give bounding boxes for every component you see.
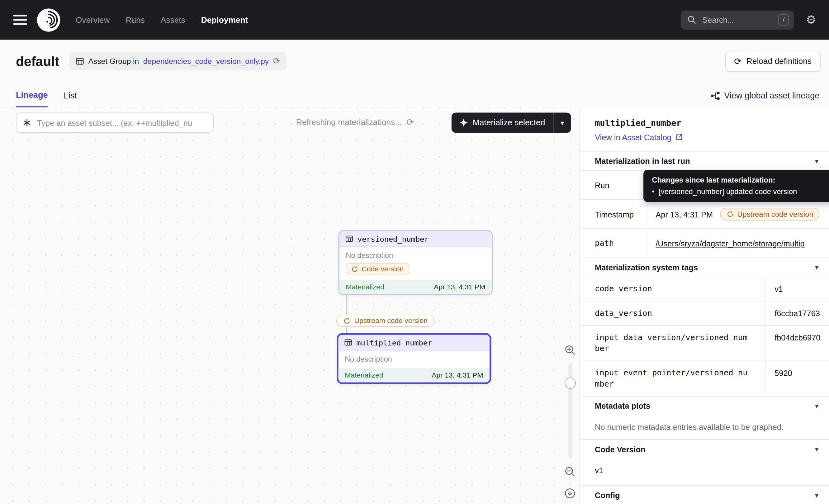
page-header: default Asset Group in dependencies_code… [0, 40, 829, 83]
topbar-right-group: / ⚙ [681, 10, 816, 29]
section-config[interactable]: Config ▾ [580, 486, 829, 504]
asset-node-multiplied-number[interactable]: multiplied_number No description Materia… [337, 333, 491, 384]
materialized-time: Apr 13, 4:31 PM [432, 371, 483, 379]
asset-node-footer: Materialized Apr 13, 4:31 PM [339, 279, 492, 294]
section-label: Code Version [595, 445, 646, 454]
download-graph-icon[interactable] [564, 488, 576, 499]
zoom-out-icon[interactable] [564, 466, 576, 477]
asset-table-icon [346, 235, 353, 243]
top-navigation-bar: Overview Runs Assets Deployment / ⚙ [0, 0, 829, 40]
materialize-selected-button[interactable]: Materialize selected ▾ [452, 113, 571, 133]
materialize-selected-label: Materialize selected [473, 118, 545, 128]
tag-value: f6ccba17763 [765, 301, 829, 325]
tag-key: data_version [580, 301, 765, 325]
sparkle-icon [459, 118, 468, 127]
section-materialization-system-tags[interactable]: Materialization system tags ▾ [580, 258, 829, 277]
chevron-down-icon: ▾ [815, 445, 819, 453]
asset-group-icon [76, 57, 84, 65]
run-key: Run [580, 171, 647, 200]
reload-group-icon[interactable]: ⟳ [273, 57, 280, 65]
section-code-version[interactable]: Code Version ▾ [580, 440, 829, 458]
zoom-in-icon[interactable] [564, 344, 576, 356]
section-label: Config [595, 491, 620, 500]
asset-subset-filter[interactable] [16, 113, 214, 133]
reload-definitions-label: Reload definitions [747, 57, 812, 66]
view-in-asset-catalog-label: View in Asset Catalog [595, 133, 672, 142]
nav-assets[interactable]: Assets [161, 15, 185, 25]
upstream-code-version-label: Upstream code version [737, 210, 813, 218]
asset-node-name: multiplied_number [356, 338, 432, 347]
reload-definitions-button[interactable]: ⟳ Reload definitions [725, 51, 820, 72]
materialized-status: Materialized [346, 283, 384, 290]
asset-node-versioned-number[interactable]: versioned_number No description Code ver… [338, 230, 493, 295]
content-area: Refreshing materializations... ⟳ Materia… [0, 107, 829, 504]
chevron-down-icon: ▾ [815, 263, 819, 271]
upstream-code-version-chip[interactable]: Upstream code version [336, 315, 434, 327]
timestamp-row: Timestamp Apr 13, 4:31 PM Upstream code … [580, 200, 829, 229]
asset-node-header: versioned_number [339, 231, 492, 247]
view-in-asset-catalog-link[interactable]: View in Asset Catalog [595, 133, 814, 142]
nav-deployment[interactable]: Deployment [201, 15, 248, 25]
chevron-down-icon: ▾ [815, 157, 819, 165]
tag-key: input_data_version/versioned_number [580, 326, 765, 361]
section-metadata-plots[interactable]: Metadata plots ▾ [580, 397, 829, 415]
system-tag-row: data_version f6ccba17763 [580, 301, 829, 326]
op-selector-icon [23, 118, 31, 127]
path-row: path /Users/sryza/dagster_home/storage/m… [580, 229, 829, 258]
materialized-status: Materialized [345, 371, 383, 379]
changes-tooltip-title: Changes since last materialization: [652, 176, 829, 184]
search-input[interactable] [701, 15, 779, 25]
materialize-dropdown-button[interactable]: ▾ [553, 113, 571, 133]
materialized-time: Apr 13, 4:31 PM [434, 283, 485, 290]
bullet-icon: • [652, 187, 654, 195]
refreshing-status: Refreshing materializations... ⟳ [296, 117, 414, 127]
tab-lineage[interactable]: Lineage [16, 90, 48, 107]
zoom-slider-handle[interactable] [565, 377, 576, 389]
asset-details-panel: multiplied_number View in Asset Catalog … [580, 107, 829, 504]
refresh-materializations-icon[interactable]: ⟳ [406, 118, 414, 127]
code-version-value: v1 [580, 459, 829, 486]
tab-list[interactable]: List [64, 91, 77, 107]
section-label: Materialization in last run [595, 157, 690, 166]
section-materialization-in-last-run[interactable]: Materialization in last run ▾ [580, 151, 829, 171]
code-version-icon [351, 265, 358, 273]
chevron-down-icon: ▾ [815, 491, 819, 499]
upstream-code-version-chip[interactable]: Upstream code version [720, 208, 820, 220]
screenshot-stage: Overview Runs Assets Deployment / ⚙ defa… [0, 0, 829, 504]
asset-node-footer: Materialized Apr 13, 4:31 PM [338, 368, 490, 383]
dagster-logo-icon[interactable] [36, 8, 61, 32]
search-box[interactable]: / [681, 10, 794, 29]
view-tabs: Lineage List View global asset lineage [0, 83, 829, 107]
path-value-link[interactable]: /Users/sryza/dagster_home/storage/multip [655, 239, 804, 248]
code-version-icon [343, 317, 351, 325]
code-version-icon [726, 211, 734, 218]
asset-subset-input[interactable] [36, 118, 207, 128]
gear-icon[interactable]: ⚙ [806, 14, 817, 26]
changes-tooltip: Changes since last materialization: • [v… [643, 170, 829, 202]
nav-overview[interactable]: Overview [76, 15, 110, 25]
global-lineage-icon [710, 91, 720, 101]
asset-table-icon [344, 338, 352, 347]
panel-head: multiplied_number View in Asset Catalog [580, 107, 829, 151]
upstream-code-version-label: Upstream code version [354, 317, 428, 325]
tag-value: fb04dcb6970 [765, 326, 829, 361]
chevron-down-icon: ▾ [561, 119, 564, 127]
hamburger-menu-icon[interactable] [13, 15, 27, 25]
asset-node-body: No description [338, 351, 490, 368]
changes-tooltip-item: [versioned_number] updated code version [659, 187, 797, 195]
asset-group-file-link[interactable]: dependencies_code_version_only.py [143, 57, 269, 65]
system-tag-row: code_version v1 [580, 277, 829, 301]
view-global-asset-lineage-link[interactable]: View global asset lineage [710, 91, 819, 107]
code-version-tag[interactable]: Code version [346, 263, 409, 275]
search-icon [687, 15, 696, 24]
app-viewport: Overview Runs Assets Deployment / ⚙ defa… [0, 0, 829, 504]
page-title: default [16, 53, 59, 69]
lineage-graph-canvas[interactable]: Refreshing materializations... ⟳ Materia… [0, 107, 580, 504]
timestamp-value: Apr 13, 4:31 PM [655, 210, 713, 219]
lineage-edge [346, 293, 347, 334]
zoom-slider-track[interactable] [568, 363, 573, 458]
view-global-asset-lineage-label: View global asset lineage [724, 91, 819, 101]
system-tag-row: input_event_pointer/versioned_number 592… [580, 361, 829, 397]
asset-node-header: multiplied_number [338, 335, 490, 351]
nav-runs[interactable]: Runs [125, 15, 144, 25]
